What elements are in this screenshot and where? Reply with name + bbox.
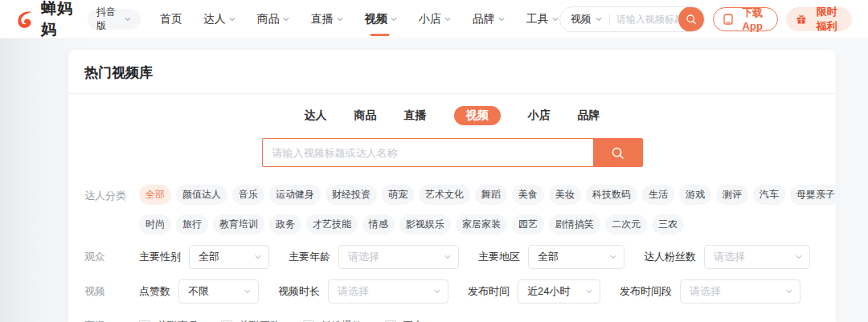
brand-logo[interactable]: 蝉妈妈	[14, 0, 77, 40]
filter-field-age: 主要年龄请选择	[289, 245, 459, 269]
filter-row-category: 达人分类 全部颜值达人音乐运动健身财经投资萌宠艺术文化舞蹈美食美妆科技数码生活游…	[84, 185, 820, 234]
category-pill[interactable]: 二次元	[605, 214, 647, 234]
select-value: 请选择	[714, 250, 745, 264]
nav-item-label: 商品	[257, 12, 280, 26]
category-pill-row: 全部颜值达人音乐运动健身财经投资萌宠艺术文化舞蹈美食美妆科技数码生活游戏测评汽车…	[139, 185, 841, 205]
category-pill[interactable]: 影视娱乐	[399, 214, 451, 234]
category-pill[interactable]: 科技数码	[586, 185, 637, 205]
chevron-down-icon	[785, 287, 793, 296]
category-pill[interactable]: 剧情搞笑	[549, 214, 600, 234]
category-pill[interactable]: 汽车	[753, 185, 785, 205]
category-pill[interactable]: 测评	[716, 185, 748, 205]
nav-item-product[interactable]: 商品	[257, 0, 290, 39]
select-duration[interactable]: 请选择	[328, 279, 448, 304]
checkbox-related-groupbuy[interactable]: 关联团购	[221, 319, 280, 322]
category-pill[interactable]: 艺术文化	[419, 185, 470, 205]
nav-item-label: 品牌	[473, 12, 495, 26]
checkbox-low-follower-hit[interactable]: 低粉爆款	[303, 319, 362, 322]
field-label: 发布时间段	[620, 284, 672, 299]
filter-panel: 达人分类 全部颜值达人音乐运动健身财经投资萌宠艺术文化舞蹈美食美妆科技数码生活游…	[84, 183, 820, 322]
chevron-down-icon	[336, 15, 344, 23]
nav-item-brand[interactable]: 品牌	[473, 0, 506, 39]
filter-field-publish-period: 发布时间段请选择	[620, 279, 800, 304]
filter-field-duration: 视频时长请选择	[278, 279, 448, 304]
filter-field-follower-count: 达人粉丝数请选择	[644, 245, 810, 269]
category-pill[interactable]: 时尚	[139, 214, 171, 234]
filter-row-label: 视频	[84, 279, 126, 304]
category-pill[interactable]: 财经投资	[326, 185, 377, 205]
tab-product[interactable]: 商品	[354, 106, 377, 125]
field-label: 发布时间	[468, 284, 510, 299]
checkbox-label: 关联团购	[239, 319, 280, 322]
nav-item-live[interactable]: 直播	[311, 0, 344, 39]
category-pill[interactable]: 旅行	[176, 214, 208, 234]
download-app-button[interactable]: 下载App	[713, 7, 778, 31]
checkbox-label: 关联商品	[157, 319, 199, 322]
library-search-button[interactable]	[593, 138, 643, 167]
checkbox-related-product[interactable]: 关联商品	[139, 319, 199, 322]
navbar-search-input[interactable]	[616, 14, 678, 25]
category-pill[interactable]: 政务	[269, 214, 301, 234]
category-pill[interactable]: 全部	[139, 185, 171, 205]
video-fields: 点赞数不限视频时长请选择发布时间近24小时发布时间段请选择	[139, 279, 820, 304]
chevron-down-icon	[585, 287, 593, 296]
chevron-down-icon	[609, 253, 617, 261]
category-pill-row: 时尚旅行教育培训政务才艺技能情感影视娱乐家居家装园艺剧情搞笑二次元三农	[139, 214, 841, 234]
edition-label: 抖音版	[96, 6, 119, 33]
advanced-options: 关联商品关联团购低粉爆款图文	[139, 314, 446, 322]
tab-brand[interactable]: 品牌	[578, 106, 600, 125]
field-label: 主要性别	[139, 250, 181, 264]
category-pill[interactable]: 家居家装	[456, 214, 507, 234]
category-pill[interactable]: 生活	[642, 185, 674, 205]
tab-shop[interactable]: 小店	[528, 106, 551, 125]
category-pill[interactable]: 音乐	[232, 185, 264, 205]
select-like-count[interactable]: 不限	[178, 279, 259, 304]
select-follower-count[interactable]: 请选择	[704, 245, 810, 269]
category-pill[interactable]: 才艺技能	[306, 214, 358, 234]
select-publish-time[interactable]: 近24小时	[518, 279, 600, 304]
nav-item-tools[interactable]: 工具	[526, 0, 559, 39]
tab-live[interactable]: 直播	[404, 106, 427, 125]
navbar-search-button[interactable]	[678, 6, 704, 32]
search-category-dropdown[interactable]: 视频	[571, 12, 603, 26]
checkbox-label: 图文	[403, 319, 424, 322]
select-age[interactable]: 请选择	[338, 245, 459, 269]
category-pill[interactable]: 美妆	[549, 185, 581, 205]
tab-video[interactable]: 视频	[454, 106, 501, 125]
category-pill[interactable]: 教育培训	[213, 214, 264, 234]
checkbox-image-text[interactable]: 图文	[385, 319, 424, 322]
filter-row-label: 观众	[84, 245, 126, 269]
chevron-down-icon	[444, 15, 452, 23]
nav-item-shop[interactable]: 小店	[419, 0, 452, 39]
category-pill[interactable]: 三农	[652, 214, 684, 234]
category-pill[interactable]: 美食	[512, 185, 544, 205]
category-pill[interactable]: 情感	[362, 214, 395, 234]
nav-item-video[interactable]: 视频	[365, 0, 398, 39]
promo-button[interactable]: 限时福利	[786, 7, 852, 31]
category-pill[interactable]: 母婴亲子	[790, 185, 841, 205]
card-body: 达人商品直播视频小店品牌 达人分类 全部颜值达人音乐运动健身财经投资萌宠艺术文化…	[68, 106, 836, 322]
category-pill-rows: 全部颜值达人音乐运动健身财经投资萌宠艺术文化舞蹈美食美妆科技数码生活游戏测评汽车…	[139, 185, 841, 234]
nav-item-home[interactable]: 首页	[160, 0, 182, 39]
top-navbar: 蝉妈妈 抖音版 首页达人商品直播视频小店品牌工具 视频	[0, 0, 868, 39]
category-pill[interactable]: 颜值达人	[176, 185, 227, 205]
select-value: 请选择	[348, 250, 379, 264]
edition-switcher[interactable]: 抖音版	[88, 9, 141, 30]
navbar-search: 视频	[559, 6, 705, 32]
active-nav-underline	[371, 34, 390, 36]
select-gender[interactable]: 全部	[189, 245, 269, 269]
category-pill[interactable]: 萌宠	[382, 185, 414, 205]
category-pill[interactable]: 舞蹈	[475, 185, 507, 205]
nav-item-influencer[interactable]: 达人	[203, 0, 236, 39]
select-value: 不限	[188, 284, 209, 299]
tab-influencer[interactable]: 达人	[305, 106, 327, 125]
gift-icon	[796, 14, 807, 25]
select-region[interactable]: 全部	[528, 245, 624, 269]
category-pill[interactable]: 运动健身	[269, 185, 321, 205]
chevron-down-icon	[244, 287, 252, 296]
select-publish-period[interactable]: 请选择	[680, 279, 800, 304]
library-search-input[interactable]	[262, 138, 593, 167]
category-pill[interactable]: 游戏	[679, 185, 711, 205]
category-pill[interactable]: 园艺	[512, 214, 544, 234]
nav-item-label: 工具	[526, 12, 549, 26]
